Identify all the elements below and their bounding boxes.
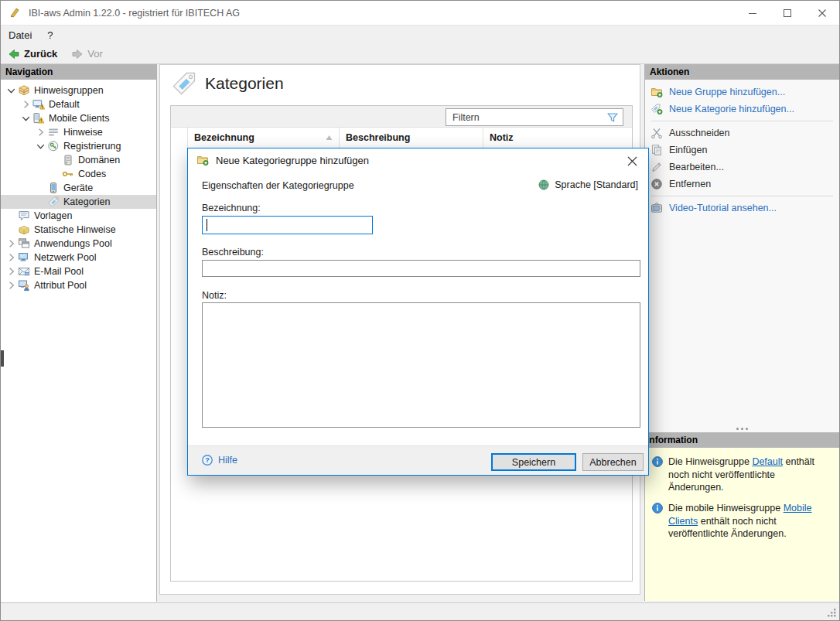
dialog-title-bar: Neue Kategoriegruppe hinzufügen xyxy=(188,148,648,172)
action-neue-gruppe-hinzuf-gen[interactable]: Neue Gruppe hinzufügen... xyxy=(645,84,839,101)
static-box-icon xyxy=(17,223,30,236)
paste-icon xyxy=(650,144,663,156)
action-bearbeiten[interactable]: Bearbeiten... xyxy=(645,159,839,176)
chevron-spacer xyxy=(35,183,46,194)
tv-icon xyxy=(650,202,663,214)
tree-item-label: Hinweise xyxy=(63,127,103,138)
tag-plus-icon xyxy=(650,103,663,115)
tree-item-statische-hinweise[interactable]: Statische Hinweise xyxy=(1,223,156,237)
chevron-right-icon[interactable] xyxy=(35,127,46,138)
info-text: Die Hinweisgruppe xyxy=(668,456,752,467)
actions-separator xyxy=(651,196,833,196)
chevron-right-icon[interactable] xyxy=(5,252,17,264)
dialog-title: Neue Kategoriegruppe hinzufügen xyxy=(216,155,369,166)
save-button[interactable]: Speichern xyxy=(491,453,576,471)
information-list: Die Hinweisgruppe Default enthält noch n… xyxy=(645,448,839,601)
chevron-right-icon[interactable] xyxy=(5,280,17,292)
minimize-button[interactable] xyxy=(735,1,770,25)
panel-splitter-handle[interactable] xyxy=(645,428,839,430)
tree-item-dom-nen[interactable]: Domänen xyxy=(1,153,156,167)
action-neue-kategorie-hinzuf-gen[interactable]: Neue Kategorie hinzufügen... xyxy=(645,101,839,118)
tag-icon xyxy=(46,196,60,208)
column-header-beschreibung[interactable]: Beschreibung xyxy=(340,128,483,148)
monitor-warning-icon xyxy=(32,98,45,111)
minimize-icon xyxy=(746,7,759,19)
info-icon xyxy=(651,502,664,541)
tree-item-codes[interactable]: Codes xyxy=(1,167,156,181)
key-icon xyxy=(61,168,74,180)
tag-icon xyxy=(170,70,198,97)
table-header: Bezeichnung Beschreibung Notiz xyxy=(171,128,632,148)
window-controls xyxy=(735,1,839,25)
tree-item-label: Anwendungs Pool xyxy=(34,238,112,249)
filter-button[interactable] xyxy=(603,109,623,125)
tree-item-label: Domänen xyxy=(78,155,120,165)
tree-item-vorlagen[interactable]: Vorlagen xyxy=(1,209,156,223)
chevron-spacer xyxy=(5,224,17,236)
close-icon xyxy=(816,7,828,19)
help-link[interactable]: ? Hilfe xyxy=(201,454,237,466)
title-bar: IBI-aws Admin 1.22.0 - registriert für I… xyxy=(1,1,839,25)
folder-plus-icon xyxy=(196,154,209,166)
resize-grip[interactable] xyxy=(827,608,837,618)
beschreibung-field[interactable] xyxy=(202,260,640,277)
sort-ascending-icon xyxy=(326,135,333,141)
chevron-down-icon[interactable] xyxy=(20,113,32,125)
back-label: Zurück xyxy=(24,48,57,60)
status-bar xyxy=(1,602,839,620)
actions-separator xyxy=(651,121,833,121)
help-icon: ? xyxy=(201,454,213,466)
information-header: Information xyxy=(645,432,839,448)
tree-item-hinweisgruppen[interactable]: Hinweisgruppen xyxy=(1,84,156,97)
bezeichnung-field[interactable] xyxy=(202,216,373,234)
chevron-right-icon[interactable] xyxy=(5,266,17,278)
tree-item-registrierung[interactable]: Registrierung xyxy=(1,139,156,153)
notiz-field[interactable] xyxy=(202,302,640,428)
column-header-selector xyxy=(171,128,188,148)
action-video-tutorial-ansehen[interactable]: Video-Tutorial ansehen... xyxy=(645,200,839,217)
dialog-close-button[interactable] xyxy=(621,153,643,169)
tree-item-default[interactable]: Default xyxy=(1,97,156,111)
tree-item-mobile-clients[interactable]: Mobile Clients xyxy=(1,111,156,125)
info-link-default[interactable]: Default xyxy=(752,456,783,467)
menu-item-datei[interactable]: Datei xyxy=(1,26,39,44)
back-button[interactable]: Zurück xyxy=(1,44,64,63)
language-selector[interactable]: Sprache [Standard] xyxy=(538,179,638,191)
text-caret xyxy=(207,219,207,231)
panel-splitter-grip[interactable] xyxy=(1,350,4,367)
tree-item-anwendungs-pool[interactable]: Anwendungs Pool xyxy=(1,237,156,251)
column-header-bezeichnung[interactable]: Bezeichnung xyxy=(188,128,340,148)
right-panel: Aktionen Neue Gruppe hinzufügen...Neue K… xyxy=(644,64,839,601)
chevron-down-icon[interactable] xyxy=(35,141,46,152)
scissors-icon xyxy=(650,127,663,139)
chevron-spacer xyxy=(5,210,17,222)
action-einf-gen[interactable]: Einfügen xyxy=(645,142,839,159)
info-message-text: Die Hinweisgruppe Default enthält noch n… xyxy=(668,456,833,494)
tool-bar: Zurück Vor xyxy=(1,44,839,64)
column-label: Bezeichnung xyxy=(194,132,254,143)
chevron-right-icon[interactable] xyxy=(5,238,17,250)
forward-arrow-icon xyxy=(71,48,84,60)
close-button[interactable] xyxy=(804,1,839,25)
tree-item-ger-te[interactable]: Geräte xyxy=(1,181,156,195)
forward-button[interactable]: Vor xyxy=(64,44,110,63)
chevron-right-icon[interactable] xyxy=(20,99,32,111)
chevron-down-icon[interactable] xyxy=(5,85,17,97)
tree-item-attribut-pool[interactable]: Attribut Pool xyxy=(1,278,156,292)
filter-field xyxy=(446,108,623,126)
tree-item-label: Default xyxy=(49,99,80,110)
menu-item-help[interactable]: ? xyxy=(39,26,60,44)
tree-item-hinweise[interactable]: Hinweise xyxy=(1,125,156,139)
tree-item-label: E-Mail Pool xyxy=(34,266,84,277)
tree-item-e-mail-pool[interactable]: E-Mail Pool xyxy=(1,264,156,278)
column-header-notiz[interactable]: Notiz xyxy=(483,128,632,148)
column-label: Notiz xyxy=(490,132,514,143)
filter-input[interactable] xyxy=(446,109,603,125)
action-ausschneiden[interactable]: Ausschneiden xyxy=(645,125,839,142)
tree-item-kategorien[interactable]: Kategorien xyxy=(1,195,156,209)
tree-item-netzwerk-pool[interactable]: Netzwerk Pool xyxy=(1,251,156,264)
maximize-button[interactable] xyxy=(770,1,804,25)
cancel-button[interactable]: Abbrechen xyxy=(582,453,644,471)
registration-icon xyxy=(46,140,60,152)
action-entfernen[interactable]: Entfernen xyxy=(645,176,839,193)
